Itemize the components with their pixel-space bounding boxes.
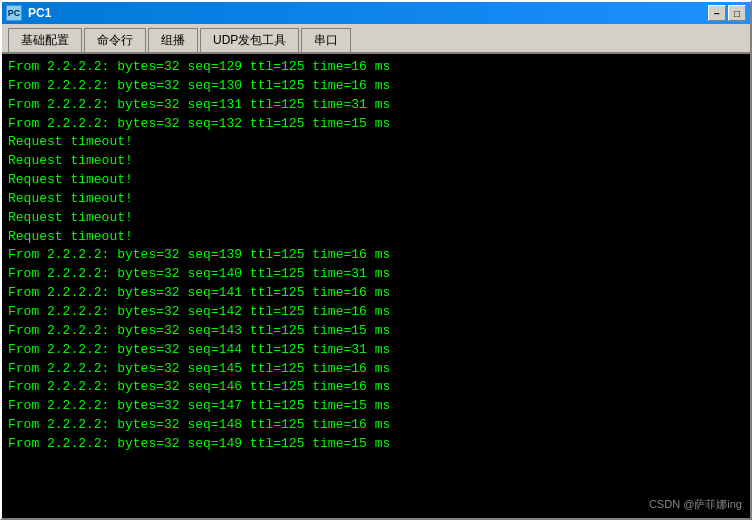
- terminal-output: From 2.2.2.2: bytes=32 seq=129 ttl=125 t…: [8, 58, 744, 454]
- minimize-button[interactable]: −: [708, 5, 726, 21]
- watermark: CSDN @萨菲娜ing: [649, 497, 742, 512]
- tab-serial[interactable]: 串口: [301, 28, 351, 52]
- tab-bar: 基础配置 命令行 组播 UDP发包工具 串口: [2, 24, 750, 54]
- window-title: PC1: [28, 6, 51, 20]
- maximize-button[interactable]: □: [728, 5, 746, 21]
- terminal-area[interactable]: From 2.2.2.2: bytes=32 seq=129 ttl=125 t…: [2, 54, 750, 518]
- window-icon: PC: [6, 5, 22, 21]
- icon-text: PC: [8, 8, 21, 18]
- tab-group[interactable]: 组播: [148, 28, 198, 52]
- title-controls: − □: [708, 5, 746, 21]
- tab-basic[interactable]: 基础配置: [8, 28, 82, 52]
- window: PC PC1 − □ 基础配置 命令行 组播 UDP发包工具 串口 From 2…: [0, 0, 752, 520]
- title-bar-left: PC PC1: [6, 5, 51, 21]
- tab-cmd[interactable]: 命令行: [84, 28, 146, 52]
- title-bar: PC PC1 − □: [2, 2, 750, 24]
- tab-udp[interactable]: UDP发包工具: [200, 28, 299, 52]
